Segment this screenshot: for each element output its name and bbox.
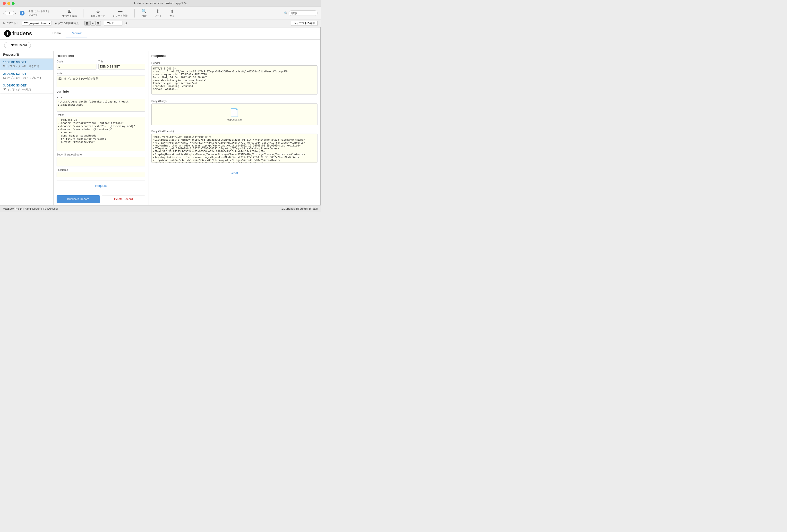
layout-edit-button[interactable]: レイアウトの編集 <box>291 21 318 26</box>
count-label-group: 合計（ソート済み） レコード <box>28 10 50 17</box>
note-group: Note <box>57 72 145 87</box>
sidebar-item-1[interactable]: 1: DEMO S3 GET S3 オブジェクトの一覧を取得 <box>0 59 54 70</box>
new-record-toolbar-button[interactable]: ⊕ 新規レコード <box>89 8 107 18</box>
sidebar-item-3[interactable]: 3: DEMO S3 GET S3 オブジェクトの取得 <box>0 82 54 93</box>
sidebar-item-1-desc: S3 オブジェクトの一覧を取得 <box>3 64 50 68</box>
body-label: Body ($requestBody) <box>57 153 145 156</box>
tab-request[interactable]: Request <box>66 29 87 37</box>
sidebar-item-2[interactable]: 2: DEMO S3 PUT S3 オブジェクトのアップロード <box>0 70 54 82</box>
sidebar-item-2-title: 2: DEMO S3 PUT <box>3 72 50 76</box>
logo-text: frudens <box>13 30 32 37</box>
app-header: f frudens Home Request <box>0 27 320 40</box>
code-input[interactable] <box>57 64 97 69</box>
filename-group: FileName <box>57 168 145 177</box>
layoutbar: レイアウト： T02_request | form 表示方法の切り替え： ▦ ≡… <box>0 19 321 27</box>
url-textarea[interactable] <box>57 99 145 111</box>
response-header-section: Header <box>151 61 317 95</box>
form-view-button[interactable]: ▦ <box>84 21 90 25</box>
preview-button[interactable]: プレビュー <box>104 21 123 26</box>
response-panel: Response Header Body (Binay) 📄 response.… <box>148 51 320 205</box>
search-input[interactable] <box>289 10 318 16</box>
close-button[interactable] <box>3 2 6 5</box>
title-group: Title <box>98 60 145 69</box>
note-label: Note <box>57 72 145 75</box>
tab-home[interactable]: Home <box>48 29 66 37</box>
search-glass-icon: 🔍 <box>284 12 288 15</box>
main-content: Record Info Code Title Note <box>54 51 320 205</box>
next-record-button[interactable]: › <box>15 11 16 15</box>
sidebar-scroll: 1: DEMO S3 GET S3 オブジェクトの一覧を取得 2: DEMO S… <box>0 59 54 93</box>
record-number-input[interactable] <box>5 11 14 15</box>
search-icon: 🔍 <box>141 8 147 14</box>
response-header-label: Header <box>151 61 317 64</box>
search-toolbar-button[interactable]: 🔍 検索 <box>140 8 149 18</box>
logo: f frudens <box>4 30 32 37</box>
code-title-row: Code Title <box>57 60 145 69</box>
body-binary-area: 📄 response.xml <box>151 104 317 125</box>
body-textarea[interactable] <box>57 157 145 166</box>
request-btn-area: Request <box>57 180 145 189</box>
response-text-section: Body (TextEncode) <box>151 130 317 164</box>
note-textarea[interactable] <box>57 76 145 87</box>
file-name: response.xml <box>227 118 242 121</box>
table-view-button[interactable]: ⊞ <box>95 21 101 25</box>
new-record-button[interactable]: + New Record <box>4 42 31 48</box>
record-nav <box>5 11 14 15</box>
title-label: Title <box>98 60 145 63</box>
left-panel-scroll: Record Info Code Title Note <box>54 51 148 193</box>
delete-record-button[interactable]: Delete Record <box>102 195 146 203</box>
prev-record-button[interactable]: ‹ <box>3 11 4 15</box>
window-controls[interactable] <box>3 2 15 5</box>
code-label: Code <box>57 60 97 63</box>
url-group: URL <box>57 95 145 111</box>
curl-section: curl Info URL Option Body ($requestBody) <box>57 90 145 177</box>
statusbar: MacBook Pro 14 | Administrator | [Full A… <box>0 205 321 212</box>
bottom-buttons: Duplicate Record Delete Record <box>54 193 148 205</box>
new-record-icon: ⊕ <box>96 8 100 14</box>
sidebar: Request (3) 1: DEMO S3 GET S3 オブジェクトの一覧を… <box>0 51 54 205</box>
list-view-button[interactable]: ≡ <box>90 21 95 25</box>
new-record-area: + New Record <box>0 40 320 51</box>
option-textarea[interactable] <box>57 117 145 151</box>
toolbar: ‹ › 3 合計（ソート済み） レコード ⊞ すべてを表示 ⊕ 新規レコード ▬… <box>0 7 321 19</box>
statusbar-right: 1(Current) / 3(Found) | 3(Total) <box>281 207 318 210</box>
sidebar-item-1-title: 1: DEMO S3 GET <box>3 61 50 64</box>
response-header-textarea[interactable] <box>151 65 317 94</box>
show-all-button[interactable]: ⊞ すべてを表示 <box>60 8 79 18</box>
response-text-label: Body (TextEncode) <box>151 130 317 133</box>
sort-icon: ⇅ <box>156 8 160 14</box>
record-label: レコード <box>28 13 50 17</box>
record-info-title: Record Info <box>57 54 145 58</box>
minimize-button[interactable] <box>7 2 10 5</box>
content-area: Request (3) 1: DEMO S3 GET S3 オブジェクトの一覧を… <box>0 51 320 205</box>
maximize-button[interactable] <box>12 2 15 5</box>
layout-label: レイアウト： <box>3 21 19 25</box>
response-text-textarea[interactable] <box>151 134 317 163</box>
url-label: URL <box>57 95 145 98</box>
left-panel-wrapper: Record Info Code Title Note <box>54 51 148 205</box>
statusbar-left: MacBook Pro 14 | Administrator | [Full A… <box>3 207 58 210</box>
display-label: 表示方法の切り替え： <box>55 21 81 25</box>
response-binary-label: Body (Binay) <box>151 100 317 103</box>
delete-record-toolbar-button[interactable]: ▬ レコード削除 <box>111 8 129 18</box>
nav-tabs: Home Request <box>48 29 87 37</box>
response-binary-section: Body (Binay) 📄 response.xml <box>151 100 317 125</box>
count-label: 合計（ソート済み） <box>28 10 50 13</box>
title-input[interactable] <box>98 64 145 69</box>
app-area: f frudens Home Request + New Record Requ… <box>0 27 321 205</box>
request-button[interactable]: Request <box>90 183 111 189</box>
share-button[interactable]: ⬆ 共有 <box>168 8 176 18</box>
sidebar-item-3-desc: S3 オブジェクトの取得 <box>3 88 50 91</box>
share-icon: ⬆ <box>170 8 174 14</box>
divider-1 <box>55 9 56 18</box>
sort-button[interactable]: ⇅ ソート <box>152 8 164 18</box>
filename-input[interactable] <box>57 172 145 177</box>
clear-button[interactable]: Clear <box>226 170 243 176</box>
logo-circle: f <box>4 30 11 37</box>
sidebar-header: Request (3) <box>0 51 54 59</box>
clear-btn-area: Clear <box>151 168 317 176</box>
sidebar-item-3-title: 3: DEMO S3 GET <box>3 84 50 87</box>
layout-select[interactable]: T02_request | form <box>22 21 52 25</box>
duplicate-record-button[interactable]: Duplicate Record <box>57 195 100 203</box>
curl-title: curl Info <box>57 90 145 93</box>
